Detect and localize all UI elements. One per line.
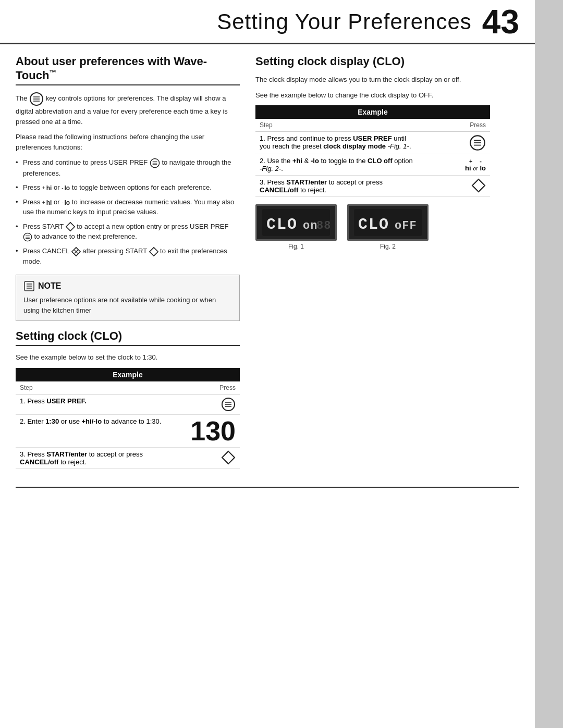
bottom-divider [16, 487, 519, 488]
lcd-display-2: CLO oFF [347, 204, 429, 241]
page-number: 43 [482, 5, 519, 39]
display-step-3-press [420, 176, 490, 197]
note-box: NOTE User preference options are not ava… [16, 275, 240, 321]
svg-text:CLO: CLO [358, 216, 389, 233]
clock-table-header-row: Step Press [16, 381, 240, 394]
start-icon-right-step3 [471, 178, 486, 193]
start-icon-bullet5 [149, 247, 158, 256]
display-step-2-text: 2. Use the +hi & -lo to toggle to the CL… [255, 154, 420, 176]
svg-marker-30 [472, 179, 485, 192]
clock-step-3: 3. Press START/enter to accept or press … [16, 447, 240, 468]
hilo-plus: +hi [42, 185, 52, 191]
hilo-plus-sign: + [469, 158, 472, 164]
bullet-1: Press and continue to press USER PREF to… [16, 157, 240, 178]
right-intro1: The clock display mode allows you to tur… [255, 75, 490, 85]
trademark: ™ [49, 68, 56, 77]
hilo-or: or [473, 166, 478, 171]
fig2-label: Fig. 2 [380, 243, 396, 250]
display-step-3: 3. Press START/enter to accept or press … [255, 176, 490, 197]
clock-example-header: Example [16, 368, 240, 381]
clock-step-2: 2. Enter 1:30 or use +hi/-lo to advance … [16, 414, 240, 447]
display-step-1-press [420, 132, 490, 154]
hilo-top: + - [469, 158, 482, 164]
lcd-display-1: CLO on 88 [255, 204, 337, 241]
svg-text:88: 88 [316, 219, 330, 232]
page-header: Setting Your Preferences 43 [0, 0, 535, 44]
svg-marker-8 [66, 223, 74, 231]
pref-icon-bullet1 [150, 158, 160, 168]
display-table-header-row: Step Press [255, 119, 490, 132]
figure-1: CLO on 88 Fig. 1 [255, 204, 337, 250]
display-step-1: 1. Press and continue to press USER PREF… [255, 132, 490, 154]
svg-marker-16 [149, 247, 157, 255]
main-content: Setting Your Preferences 43 About user p… [0, 0, 535, 728]
hilo-minus2: -lo [62, 200, 70, 206]
note-icon [23, 280, 35, 292]
display-step-3-text: 3. Press START/enter to accept or press … [255, 176, 420, 197]
clock-step-2-press: 130 [173, 414, 240, 447]
svg-text:oFF: oFF [395, 219, 417, 232]
display-example-table: Example Step Press 1. Press and continue… [255, 105, 490, 197]
col-right: Setting clock display (CLO) The clock di… [255, 55, 490, 476]
right-intro2: See the example below to change the cloc… [255, 90, 490, 101]
note-label: NOTE [38, 281, 61, 291]
lcd-svg-2: CLO oFF [354, 209, 422, 236]
cancel-icon-bullet5 [71, 247, 81, 256]
figure-2: CLO oFF Fig. 2 [347, 204, 429, 250]
page-title: Setting Your Preferences [16, 9, 482, 34]
right-section-heading: Setting clock display (CLO) [255, 55, 490, 68]
svg-marker-25 [222, 451, 235, 464]
large-130: 130 [190, 416, 236, 446]
hilo-hi: hi [465, 164, 471, 172]
pref-icon-step1 [221, 397, 236, 412]
figures-row: CLO on 88 Fig. 1 CLO [255, 204, 490, 250]
clock-section-heading: Setting clock (CLO) [16, 329, 240, 346]
hilo-bottom: hi or lo [465, 164, 486, 172]
start-icon-step3 [221, 450, 236, 465]
hilo-plus2: +hi [42, 200, 52, 206]
clock-press-col-header: Press [173, 381, 240, 394]
bullet-2: Press +hi or -lo to toggle between optio… [16, 182, 240, 193]
left-intro: The key controls options for preferences… [16, 92, 240, 127]
hilo-minus-sign: - [480, 158, 482, 164]
hilo-minus: -lo [62, 185, 70, 191]
pref-icon-inline [29, 92, 44, 106]
bullet-4: Press START to accept a new option entry… [16, 221, 240, 242]
clock-step-1-press [173, 394, 240, 414]
svg-text:on: on [303, 219, 317, 232]
columns: About user preferences with Wave-Touch™ … [0, 44, 535, 487]
svg-text:CLO: CLO [266, 216, 298, 233]
left-section-heading: About user preferences with Wave-Touch™ [16, 55, 240, 85]
pref-icon-right-step1 [469, 134, 486, 151]
clock-step-col-header: Step [16, 381, 173, 394]
bullet-3: Press +hi or -lo to increase or decrease… [16, 197, 240, 217]
col-left: About user preferences with Wave-Touch™ … [16, 55, 240, 476]
clock-step-1: 1. Press USER PREF. [16, 394, 240, 414]
note-header: NOTE [23, 280, 232, 292]
display-step-2-press: + - hi or lo [420, 154, 490, 176]
hilo-display: + - hi or lo [465, 158, 486, 172]
bullet-5: Press CANCEL after pressing START to exi… [16, 246, 240, 266]
clock-example-table: Example Step Press 1. Press USER PREF. [16, 368, 240, 469]
instructions-intro: Please read the following instructions b… [16, 132, 240, 152]
display-step-col-header: Step [255, 119, 420, 132]
bullet-list: Press and continue to press USER PREF to… [16, 157, 240, 266]
clock-step-2-text: 2. Enter 1:30 or use +hi/-lo to advance … [16, 414, 173, 447]
hilo-lo: lo [480, 164, 486, 172]
clock-step-3-text: 3. Press START/enter to accept or press … [16, 447, 173, 468]
display-example-header: Example [255, 105, 490, 119]
lcd-svg-1: CLO on 88 [262, 209, 330, 236]
fig1-label: Fig. 1 [288, 243, 304, 250]
clock-step-1-text: 1. Press USER PREF. [16, 394, 173, 414]
display-step-1-text: 1. Press and continue to press USER PREF… [255, 132, 420, 154]
pref-icon-bullet4 [23, 232, 32, 242]
note-text: User preference options are not availabl… [23, 295, 232, 315]
clock-step-3-press [173, 447, 240, 468]
right-tab [535, 0, 563, 728]
start-icon-bullet4 [66, 222, 75, 231]
clock-intro: See the example below to set the clock t… [16, 352, 240, 363]
display-step-2: 2. Use the +hi & -lo to toggle to the CL… [255, 154, 490, 176]
display-press-col-header: Press [420, 119, 490, 132]
